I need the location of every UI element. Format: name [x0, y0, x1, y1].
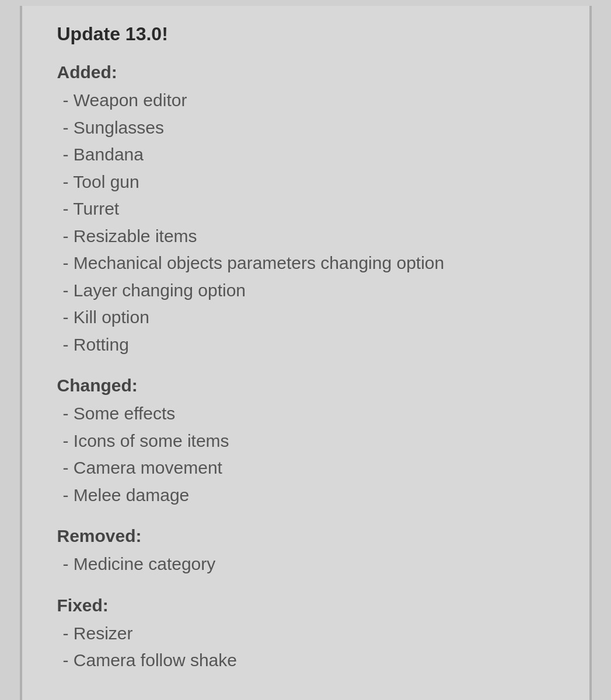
- list-item: - Mechanical objects parameters changing…: [57, 250, 560, 277]
- section-header-changed: Changed:: [57, 376, 560, 396]
- list-item: - Kill option: [57, 304, 560, 331]
- list-item: - Resizable items: [57, 223, 560, 250]
- list-item: - Bandana: [57, 141, 560, 169]
- list-item: - Camera follow shake: [57, 647, 560, 674]
- list-item: - Melee damage: [57, 482, 560, 509]
- section-added: Added:- Weapon editor- Sunglasses- Banda…: [57, 62, 560, 358]
- section-fixed: Fixed:- Resizer- Camera follow shake: [57, 596, 560, 674]
- list-item: - Layer changing option: [57, 277, 560, 304]
- list-item: - Tool gun: [57, 169, 560, 196]
- list-item: - Weapon editor: [57, 87, 560, 114]
- list-item: - Rotting: [57, 331, 560, 359]
- item-list-removed: - Medicine category: [57, 551, 560, 578]
- section-changed: Changed:- Some effects- Icons of some it…: [57, 376, 560, 509]
- section-header-fixed: Fixed:: [57, 596, 560, 615]
- list-item: - Turret: [57, 195, 560, 223]
- sections-container: Added:- Weapon editor- Sunglasses- Banda…: [57, 62, 560, 674]
- section-header-removed: Removed:: [57, 526, 560, 546]
- list-item: - Icons of some items: [57, 428, 560, 455]
- list-item: - Camera movement: [57, 454, 560, 482]
- item-list-fixed: - Resizer- Camera follow shake: [57, 620, 560, 674]
- content-panel: Update 13.0! Added:- Weapon editor- Sung…: [20, 6, 592, 700]
- list-item: - Medicine category: [57, 551, 560, 578]
- section-header-added: Added:: [57, 62, 560, 82]
- section-removed: Removed:- Medicine category: [57, 526, 560, 578]
- item-list-changed: - Some effects- Icons of some items- Cam…: [57, 400, 560, 509]
- list-item: - Some effects: [57, 400, 560, 428]
- list-item: - Sunglasses: [57, 114, 560, 142]
- list-item: - Resizer: [57, 620, 560, 648]
- item-list-added: - Weapon editor- Sunglasses- Bandana- To…: [57, 87, 560, 358]
- update-title: Update 13.0!: [57, 23, 560, 45]
